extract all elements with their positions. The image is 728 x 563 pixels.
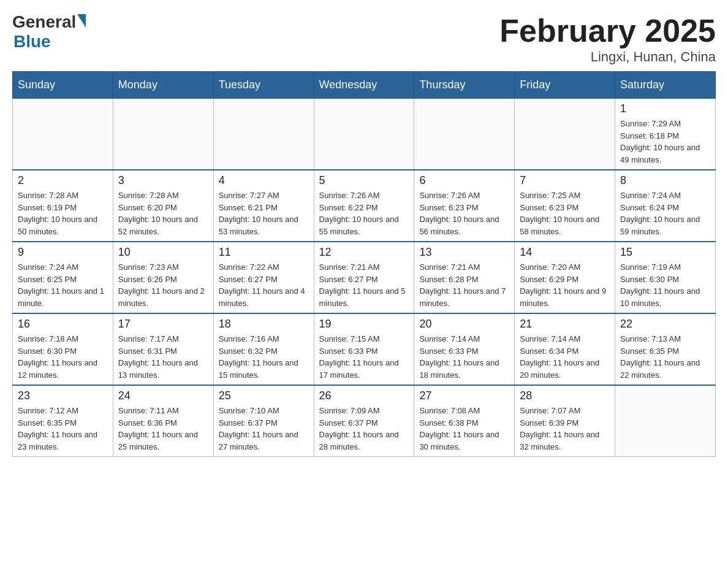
day-number-w3-d1: 17 (118, 318, 208, 331)
calendar-cell-w3-d4: 20Sunrise: 7:14 AMSunset: 6:33 PMDayligh… (414, 313, 515, 385)
page-header: General Blue February 2025 Lingxi, Hunan… (12, 12, 716, 65)
title-area: February 2025 Lingxi, Hunan, China (499, 12, 716, 65)
day-number-w2-d4: 13 (419, 246, 509, 259)
calendar-cell-w0-d5 (515, 98, 615, 170)
day-info-w0-d6: Sunrise: 7:29 AMSunset: 6:18 PMDaylight:… (620, 118, 710, 166)
calendar-cell-w4-d4: 27Sunrise: 7:08 AMSunset: 6:38 PMDayligh… (414, 385, 515, 457)
day-number-w1-d5: 7 (520, 174, 610, 187)
header-friday: Friday (515, 72, 615, 98)
day-number-w4-d2: 25 (219, 389, 309, 402)
calendar-cell-w0-d2 (213, 98, 314, 170)
calendar-cell-w2-d0: 9Sunrise: 7:24 AMSunset: 6:25 PMDaylight… (13, 242, 113, 313)
day-info-w2-d0: Sunrise: 7:24 AMSunset: 6:25 PMDaylight:… (18, 261, 108, 309)
day-number-w3-d4: 20 (419, 318, 509, 331)
day-info-w1-d3: Sunrise: 7:26 AMSunset: 6:22 PMDaylight:… (319, 190, 409, 237)
day-info-w4-d5: Sunrise: 7:07 AMSunset: 6:39 PMDaylight:… (520, 405, 610, 453)
day-info-w3-d4: Sunrise: 7:14 AMSunset: 6:33 PMDaylight:… (419, 333, 509, 381)
day-info-w2-d3: Sunrise: 7:21 AMSunset: 6:27 PMDaylight:… (319, 261, 409, 309)
day-number-w2-d5: 14 (520, 246, 610, 259)
day-number-w0-d6: 1 (620, 102, 710, 115)
day-info-w2-d1: Sunrise: 7:23 AMSunset: 6:26 PMDaylight:… (118, 261, 208, 309)
week-row-2: 9Sunrise: 7:24 AMSunset: 6:25 PMDaylight… (13, 242, 716, 313)
day-info-w4-d3: Sunrise: 7:09 AMSunset: 6:37 PMDaylight:… (319, 405, 409, 453)
week-row-4: 23Sunrise: 7:12 AMSunset: 6:35 PMDayligh… (13, 385, 716, 457)
calendar-cell-w4-d5: 28Sunrise: 7:07 AMSunset: 6:39 PMDayligh… (515, 385, 615, 457)
calendar-cell-w2-d6: 15Sunrise: 7:19 AMSunset: 6:30 PMDayligh… (615, 242, 716, 313)
calendar-header: Sunday Monday Tuesday Wednesday Thursday… (13, 72, 716, 98)
header-sunday: Sunday (13, 72, 113, 98)
day-number-w4-d3: 26 (319, 389, 409, 402)
day-number-w1-d4: 6 (419, 174, 509, 187)
day-number-w1-d2: 4 (219, 174, 309, 187)
week-row-1: 2Sunrise: 7:28 AMSunset: 6:19 PMDaylight… (13, 170, 716, 242)
calendar-cell-w4-d2: 25Sunrise: 7:10 AMSunset: 6:37 PMDayligh… (213, 385, 314, 457)
month-title: February 2025 (499, 12, 716, 49)
day-info-w4-d1: Sunrise: 7:11 AMSunset: 6:36 PMDaylight:… (118, 405, 208, 453)
calendar-cell-w1-d6: 8Sunrise: 7:24 AMSunset: 6:24 PMDaylight… (615, 170, 716, 242)
day-number-w4-d0: 23 (18, 389, 108, 402)
day-number-w2-d6: 15 (620, 246, 710, 259)
calendar-cell-w1-d4: 6Sunrise: 7:26 AMSunset: 6:23 PMDaylight… (414, 170, 515, 242)
calendar-cell-w1-d0: 2Sunrise: 7:28 AMSunset: 6:19 PMDaylight… (13, 170, 113, 242)
day-number-w1-d1: 3 (118, 174, 208, 187)
calendar-cell-w2-d1: 10Sunrise: 7:23 AMSunset: 6:26 PMDayligh… (113, 242, 213, 313)
day-info-w4-d0: Sunrise: 7:12 AMSunset: 6:35 PMDaylight:… (18, 405, 108, 453)
day-number-w3-d6: 22 (620, 318, 710, 331)
logo: General Blue (12, 12, 86, 52)
calendar-cell-w4-d6 (615, 385, 716, 457)
day-info-w1-d1: Sunrise: 7:28 AMSunset: 6:20 PMDaylight:… (118, 190, 208, 237)
day-number-w2-d3: 12 (319, 246, 409, 259)
day-info-w2-d2: Sunrise: 7:22 AMSunset: 6:27 PMDaylight:… (219, 261, 309, 309)
day-info-w2-d5: Sunrise: 7:20 AMSunset: 6:29 PMDaylight:… (520, 261, 610, 309)
header-wednesday: Wednesday (314, 72, 414, 98)
day-number-w2-d0: 9 (18, 246, 108, 259)
calendar-cell-w1-d5: 7Sunrise: 7:25 AMSunset: 6:23 PMDaylight… (515, 170, 615, 242)
day-info-w1-d2: Sunrise: 7:27 AMSunset: 6:21 PMDaylight:… (219, 190, 309, 237)
header-saturday: Saturday (615, 72, 716, 98)
calendar-cell-w1-d1: 3Sunrise: 7:28 AMSunset: 6:20 PMDaylight… (113, 170, 213, 242)
calendar-table: Sunday Monday Tuesday Wednesday Thursday… (12, 71, 716, 457)
day-number-w4-d5: 28 (520, 389, 610, 402)
day-info-w2-d4: Sunrise: 7:21 AMSunset: 6:28 PMDaylight:… (419, 261, 509, 309)
logo-line1: General (12, 12, 86, 32)
calendar-cell-w2-d4: 13Sunrise: 7:21 AMSunset: 6:28 PMDayligh… (414, 242, 515, 313)
day-number-w1-d0: 2 (18, 174, 108, 187)
calendar-cell-w1-d3: 5Sunrise: 7:26 AMSunset: 6:22 PMDaylight… (314, 170, 414, 242)
header-row: Sunday Monday Tuesday Wednesday Thursday… (13, 72, 716, 98)
day-info-w3-d2: Sunrise: 7:16 AMSunset: 6:32 PMDaylight:… (219, 333, 309, 381)
day-info-w3-d0: Sunrise: 7:18 AMSunset: 6:30 PMDaylight:… (18, 333, 108, 381)
week-row-3: 16Sunrise: 7:18 AMSunset: 6:30 PMDayligh… (13, 313, 716, 385)
logo-wrapper: General Blue (12, 12, 86, 52)
day-info-w1-d6: Sunrise: 7:24 AMSunset: 6:24 PMDaylight:… (620, 190, 710, 237)
day-number-w4-d1: 24 (118, 389, 208, 402)
header-thursday: Thursday (414, 72, 515, 98)
calendar-cell-w2-d5: 14Sunrise: 7:20 AMSunset: 6:29 PMDayligh… (515, 242, 615, 313)
day-number-w1-d6: 8 (620, 174, 710, 187)
logo-general-text: General (12, 12, 76, 32)
day-info-w4-d2: Sunrise: 7:10 AMSunset: 6:37 PMDaylight:… (219, 405, 309, 453)
day-info-w3-d3: Sunrise: 7:15 AMSunset: 6:33 PMDaylight:… (319, 333, 409, 381)
day-number-w3-d5: 21 (520, 318, 610, 331)
day-number-w3-d2: 18 (219, 318, 309, 331)
day-info-w3-d6: Sunrise: 7:13 AMSunset: 6:35 PMDaylight:… (620, 333, 710, 381)
calendar-cell-w3-d3: 19Sunrise: 7:15 AMSunset: 6:33 PMDayligh… (314, 313, 414, 385)
calendar-body: 1Sunrise: 7:29 AMSunset: 6:18 PMDaylight… (13, 98, 716, 457)
calendar-cell-w2-d2: 11Sunrise: 7:22 AMSunset: 6:27 PMDayligh… (213, 242, 314, 313)
calendar-cell-w0-d0 (13, 98, 113, 170)
day-number-w1-d3: 5 (319, 174, 409, 187)
day-info-w1-d5: Sunrise: 7:25 AMSunset: 6:23 PMDaylight:… (520, 190, 610, 237)
location: Lingxi, Hunan, China (499, 49, 716, 65)
logo-blue-text: Blue (13, 32, 86, 52)
day-number-w4-d4: 27 (419, 389, 509, 402)
calendar-cell-w3-d1: 17Sunrise: 7:17 AMSunset: 6:31 PMDayligh… (113, 313, 213, 385)
calendar-cell-w4-d0: 23Sunrise: 7:12 AMSunset: 6:35 PMDayligh… (13, 385, 113, 457)
header-tuesday: Tuesday (213, 72, 314, 98)
day-info-w4-d4: Sunrise: 7:08 AMSunset: 6:38 PMDaylight:… (419, 405, 509, 453)
calendar-cell-w0-d3 (314, 98, 414, 170)
day-info-w2-d6: Sunrise: 7:19 AMSunset: 6:30 PMDaylight:… (620, 261, 710, 309)
calendar-cell-w0-d4 (414, 98, 515, 170)
logo-arrow-icon (77, 14, 86, 28)
day-info-w3-d5: Sunrise: 7:14 AMSunset: 6:34 PMDaylight:… (520, 333, 610, 381)
day-info-w1-d0: Sunrise: 7:28 AMSunset: 6:19 PMDaylight:… (18, 190, 108, 237)
calendar-cell-w3-d6: 22Sunrise: 7:13 AMSunset: 6:35 PMDayligh… (615, 313, 716, 385)
